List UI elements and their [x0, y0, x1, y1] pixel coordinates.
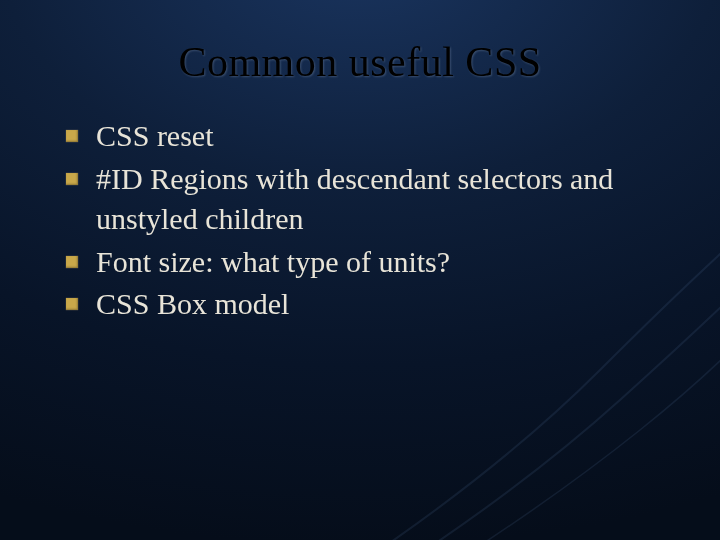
bullet-item: #ID Regions with descendant selectors an…	[60, 159, 670, 240]
slide-content: CSS reset #ID Regions with descendant se…	[0, 116, 720, 325]
slide-title: Common useful CSS	[0, 0, 720, 116]
bullet-item: Font size: what type of units?	[60, 242, 670, 283]
bullet-item: CSS Box model	[60, 284, 670, 325]
bullet-list: CSS reset #ID Regions with descendant se…	[60, 116, 670, 325]
bullet-item: CSS reset	[60, 116, 670, 157]
